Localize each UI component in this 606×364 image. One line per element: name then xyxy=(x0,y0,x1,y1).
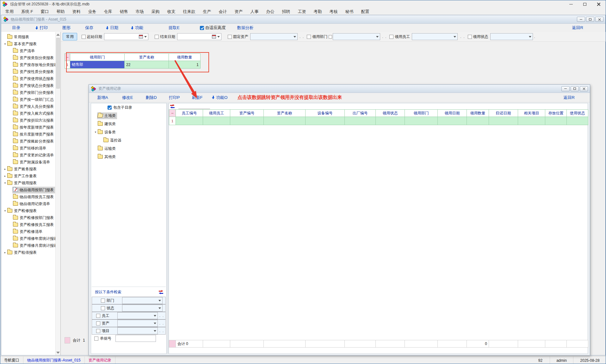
menu-item[interactable]: 收支 xyxy=(164,8,179,16)
tree-item[interactable]: 资产维修年度统计报表 xyxy=(1,235,60,242)
start-date-filter[interactable]: 起始日期 xyxy=(82,34,102,39)
grid-cell[interactable] xyxy=(203,117,230,125)
menu-item[interactable]: 往来款 xyxy=(179,8,199,16)
minimize-icon[interactable] xyxy=(561,86,570,91)
menu-item[interactable]: 秘书 xyxy=(342,8,357,16)
grid-column-header[interactable]: 出厂编号 xyxy=(345,109,376,117)
maximize-button[interactable] xyxy=(578,0,592,8)
save-button[interactable]: 保存 xyxy=(85,25,93,31)
grid-column-header[interactable]: 领用日期 xyxy=(438,109,467,117)
tree-item[interactable]: 物品领用记录清单 xyxy=(1,200,60,207)
minimize-icon[interactable] xyxy=(577,17,585,22)
functions-menu-button[interactable]: 功能 xyxy=(131,25,143,31)
grid-cell[interactable] xyxy=(264,117,306,125)
checkbox-icon[interactable] xyxy=(82,35,86,39)
tree-item[interactable]: 资产按账龄分类报表 xyxy=(1,138,60,145)
grid-column-header[interactable]: 领用状态 xyxy=(376,109,405,117)
tree-item[interactable]: 资产按人员分类报表 xyxy=(1,103,60,110)
back-button[interactable]: 返回R xyxy=(564,95,575,100)
grid-cell[interactable] xyxy=(176,117,203,125)
fixed-asset-filter[interactable]: 固定资产 xyxy=(228,34,248,39)
menu-item[interactable]: 市场 xyxy=(132,8,148,16)
grid-cell[interactable] xyxy=(518,117,545,125)
tree-item[interactable]: 资产按部门分类报表 xyxy=(1,89,60,96)
tree-item[interactable]: 资产按入账方式报表 xyxy=(1,110,60,117)
fixed-asset-combo[interactable] xyxy=(250,33,298,40)
close-icon[interactable] xyxy=(595,17,603,22)
print-button[interactable]: 打印P xyxy=(169,95,180,100)
grid-cell[interactable] xyxy=(567,117,588,125)
category-tree-item[interactable]: 土地类 xyxy=(92,112,122,120)
menu-item[interactable]: 考核 xyxy=(326,8,342,16)
tree-item[interactable]: 物品领用按部门报表 xyxy=(1,186,60,193)
dept-filter[interactable]: 领用部门 xyxy=(307,34,327,39)
common-filter-button[interactable]: 常用 xyxy=(63,33,77,40)
grid-cell[interactable] xyxy=(438,117,467,125)
tree-item[interactable]: 资产检修清单 xyxy=(1,228,60,235)
dept-extra-checkbox[interactable] xyxy=(329,35,332,39)
auto-height-toggle[interactable]: 自适应高度 xyxy=(200,25,226,31)
tree-item[interactable]: 按年度新增资产报表 xyxy=(1,124,60,131)
close-button[interactable] xyxy=(592,0,606,8)
tree-item[interactable]: 资产检修按员工报表 xyxy=(1,221,60,228)
grid-row[interactable]: 1 xyxy=(169,117,588,125)
tree-item[interactable]: 资产按使用状态报表 xyxy=(1,75,60,82)
restore-icon[interactable] xyxy=(586,17,594,22)
extract-button[interactable]: 提取E xyxy=(169,25,180,31)
category-tree-item[interactable]: 建筑类 xyxy=(92,120,122,128)
search-combo[interactable] xyxy=(122,305,163,312)
search-combo[interactable] xyxy=(122,297,163,304)
start-date-input[interactable] xyxy=(104,33,148,40)
employee-combo[interactable] xyxy=(412,33,458,40)
menu-item[interactable]: 业务 xyxy=(84,8,100,16)
grid-column-header[interactable]: 归还日期 xyxy=(489,109,518,117)
checkbox-icon[interactable] xyxy=(101,299,105,303)
search-combo[interactable] xyxy=(115,335,156,342)
grid-cell[interactable] xyxy=(545,117,567,125)
catalog-button[interactable]: 目录 xyxy=(12,25,20,31)
grid-column-header[interactable]: 资产编号 xyxy=(230,109,264,117)
checkbox-icon[interactable] xyxy=(101,306,105,310)
menu-item[interactable]: 采购 xyxy=(148,8,164,16)
tree-item[interactable]: ▸ 资产账务报表 xyxy=(1,166,60,173)
menu-item[interactable]: 人事 xyxy=(247,8,263,16)
functions-menu-button[interactable]: 功能O xyxy=(212,95,227,100)
tree-item[interactable]: 资产转移的清单 xyxy=(1,145,60,152)
tree-item[interactable]: 资产按状态分类报表 xyxy=(1,82,60,89)
menu-item[interactable]: 常用 xyxy=(2,8,17,16)
tree-item[interactable]: 资产清单 xyxy=(1,47,60,54)
tree-item[interactable]: 资产按类别分类报表 xyxy=(1,54,60,61)
close-icon[interactable] xyxy=(580,86,588,91)
menu-item[interactable]: 窗口 xyxy=(37,8,53,16)
checkbox-icon[interactable] xyxy=(155,35,159,39)
menu-item[interactable]: 考勤 xyxy=(310,8,326,16)
checkbox-icon[interactable] xyxy=(228,35,232,39)
grid-cell[interactable] xyxy=(345,117,376,125)
tree-item[interactable]: ▸ 资产工作量表 xyxy=(1,173,60,179)
modify-button[interactable]: 修改E xyxy=(122,95,133,100)
grid-column-header[interactable]: 相关项目 xyxy=(518,109,545,117)
grid-column-header[interactable]: 使用状态 xyxy=(567,109,588,117)
date-menu-button[interactable]: 日期 xyxy=(106,25,118,31)
end-date-filter[interactable]: 结束日期 xyxy=(155,34,175,39)
tree-item[interactable]: ▸ 资产租借报表 xyxy=(1,249,60,256)
status-report-tab[interactable]: 物品领用按部门报表-Asset_015 xyxy=(23,356,85,364)
include-subdir-toggle[interactable]: 包含子目录 xyxy=(108,105,132,110)
refresh-button[interactable]: 刷新F xyxy=(192,95,202,100)
expand-arrow-icon[interactable]: ▸ xyxy=(3,174,7,178)
scroll-down-icon[interactable] xyxy=(56,352,60,354)
expand-arrow-icon[interactable]: ▸ xyxy=(3,167,7,171)
tree-item[interactable]: 常用报表 xyxy=(1,33,60,40)
menu-item[interactable]: 办公 xyxy=(263,8,278,16)
tree-item[interactable]: ▾ 基本资产报表 xyxy=(1,40,60,47)
checkbox-icon[interactable] xyxy=(307,35,311,39)
menu-item[interactable]: 帮助 xyxy=(53,8,69,16)
scroll-up-icon[interactable] xyxy=(56,34,60,36)
menu-item[interactable]: 仓库 xyxy=(100,8,116,16)
grid-column-header[interactable]: 员工编号 xyxy=(176,109,203,117)
grid-column-header[interactable]: 设备编号 xyxy=(306,109,345,117)
checkbox-icon[interactable] xyxy=(468,35,472,39)
restore-icon[interactable] xyxy=(571,86,579,91)
status-nav-window[interactable]: 导航窗口 xyxy=(0,356,23,364)
column-header[interactable]: 领用部门 xyxy=(70,53,125,61)
